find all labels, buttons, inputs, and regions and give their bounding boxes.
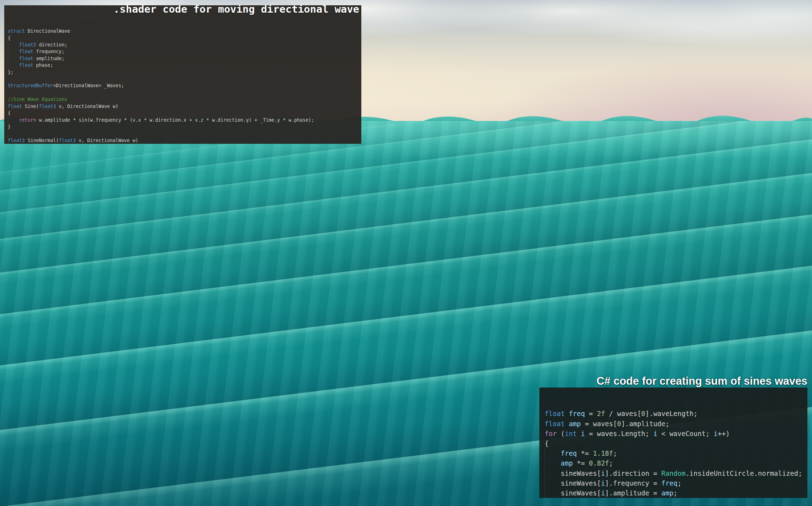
shader-code-block: struct DirectionalWave{float2 direction;… [8,28,359,144]
shader-code-panel: .shader code for moving directional wave… [4,5,361,144]
ocean-shader-scene: .shader code for moving directional wave… [0,0,812,506]
shader-panel-title: .shader code for moving directional wave [114,6,359,13]
csharp-code-block: float freq = 2f / waves[0].waveLength;fl… [545,409,807,498]
csharp-code-panel: float freq = 2f / waves[0].waveLength;fl… [539,387,807,498]
csharp-panel-title: C# code for creating sum of sines waves [596,375,807,387]
